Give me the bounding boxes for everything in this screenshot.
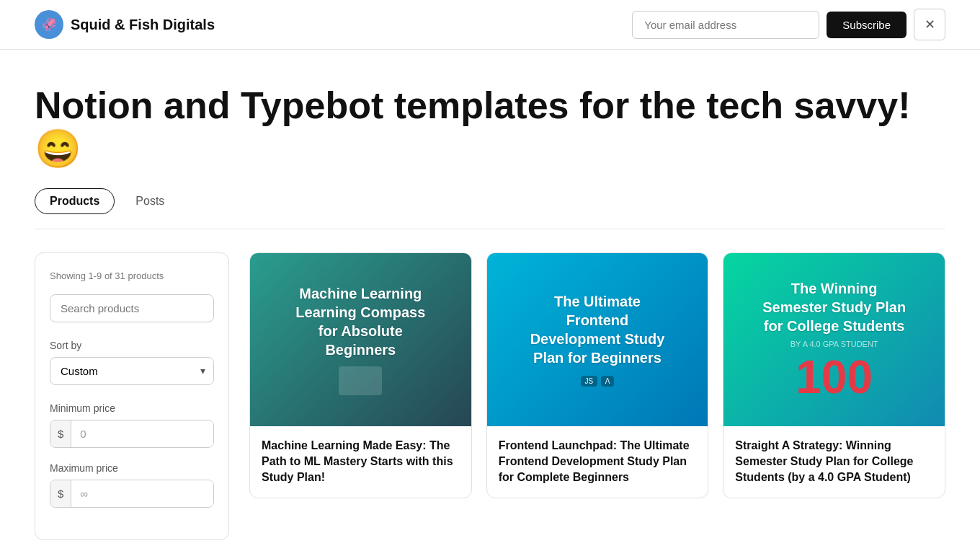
sort-label: Sort by — [50, 340, 214, 351]
product-body-3: Straight A Strategy: Winning Semester St… — [723, 426, 945, 498]
max-price-label: Maximum price — [50, 462, 214, 474]
tab-products[interactable]: Products — [35, 188, 115, 214]
header: 🦑 Squid & Fish Digitals Subscribe ✕ — [0, 0, 980, 50]
product-body-1: Machine Learning Made Easy: The Path to … — [250, 426, 471, 498]
product-title-2: Frontend Launchpad: The Ultimate Fronten… — [499, 438, 697, 486]
site-name: Squid & Fish Digitals — [71, 17, 215, 33]
main-layout: Showing 1-9 of 31 products Sort by Custo… — [0, 229, 980, 551]
hero-section: Notion and Typebot templates for the tec… — [0, 50, 980, 171]
subscribe-button[interactable]: Subscribe — [827, 12, 906, 38]
product-title-3: Straight A Strategy: Winning Semester St… — [735, 438, 933, 486]
logo-icon: 🦑 — [35, 10, 63, 39]
min-price-wrap: $ — [50, 420, 214, 448]
product-image-title-2: The UltimateFrontendDevelopment StudyPla… — [530, 292, 665, 367]
product-image-1: Machine LearningLearning Compassfor Abso… — [250, 253, 471, 426]
product-badge-2b: Λ — [601, 376, 615, 387]
product-title-1: Machine Learning Made Easy: The Path to … — [262, 438, 460, 486]
tabs-nav: Products Posts — [0, 171, 980, 214]
sidebar: Showing 1-9 of 31 products Sort by Custo… — [35, 252, 229, 540]
product-image-3: The WinningSemester Study Planfor Colleg… — [723, 253, 945, 426]
max-price-wrap: $ — [50, 480, 214, 508]
tab-posts[interactable]: Posts — [120, 188, 179, 214]
hero-title: Notion and Typebot templates for the tec… — [35, 84, 945, 171]
product-image-title-1: Machine LearningLearning Compassfor Abso… — [295, 284, 425, 359]
close-button[interactable]: ✕ — [914, 9, 945, 40]
product-body-2: Frontend Launchpad: The Ultimate Fronten… — [487, 426, 708, 498]
product-subtitle-3: BY A 4.0 GPA STUDENT — [762, 340, 906, 348]
product-card[interactable]: The WinningSemester Study Planfor Colleg… — [723, 252, 945, 498]
sort-select-wrap: Custom Newest Price: Low to High Price: … — [50, 357, 214, 385]
product-image-title-3: The WinningSemester Study Planfor Colleg… — [762, 279, 906, 335]
product-grid: Machine LearningLearning Compassfor Abso… — [249, 252, 945, 498]
max-price-prefix: $ — [50, 480, 71, 507]
logo-area[interactable]: 🦑 Squid & Fish Digitals — [35, 10, 215, 39]
product-card[interactable]: The UltimateFrontendDevelopment StudyPla… — [486, 252, 709, 498]
close-icon: ✕ — [925, 17, 935, 32]
max-price-input[interactable] — [71, 480, 213, 507]
product-badge-2: JS — [581, 376, 598, 387]
email-input[interactable] — [632, 11, 819, 39]
min-price-label: Minimum price — [50, 402, 214, 414]
product-score-3: 100 — [762, 354, 906, 400]
sort-select[interactable]: Custom Newest Price: Low to High Price: … — [50, 357, 214, 385]
header-right: Subscribe ✕ — [632, 9, 945, 40]
min-price-input[interactable] — [71, 420, 213, 447]
showing-text: Showing 1-9 of 31 products — [50, 270, 214, 281]
product-image-2: The UltimateFrontendDevelopment StudyPla… — [487, 253, 708, 426]
product-card[interactable]: Machine LearningLearning Compassfor Abso… — [249, 252, 472, 498]
search-input[interactable] — [50, 294, 214, 322]
min-price-prefix: $ — [50, 420, 71, 447]
